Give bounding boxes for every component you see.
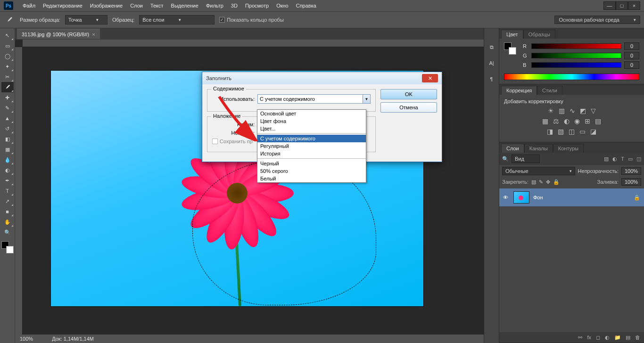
move-tool[interactable]: ↖ <box>1 30 14 41</box>
gradient-map-icon[interactable]: ▭ <box>579 128 586 135</box>
balance-icon[interactable]: ⚖ <box>553 117 559 125</box>
g-value[interactable]: 0 <box>624 52 639 59</box>
gradient-tool[interactable]: ▦ <box>1 144 14 155</box>
path-tool[interactable]: ↗ <box>1 196 14 206</box>
dodge-tool[interactable]: ◐ <box>1 165 14 175</box>
menu-select[interactable]: Выделение <box>167 3 202 8</box>
menu-file[interactable]: Файл <box>19 3 39 8</box>
tab-styles[interactable]: Стили <box>537 86 562 95</box>
filter-type-icon[interactable]: T <box>621 156 624 162</box>
vibrance-icon[interactable]: ▽ <box>591 107 596 114</box>
opacity-value[interactable]: 100% <box>621 167 641 175</box>
b-value[interactable]: 0 <box>624 61 639 69</box>
mixer-icon[interactable]: ⊞ <box>585 117 590 125</box>
use-combobox[interactable]: С учетом содержимого▼ <box>257 94 371 104</box>
dd-black[interactable]: Черный <box>257 160 366 167</box>
hue-icon[interactable]: ▦ <box>542 117 548 125</box>
history-icon[interactable]: ⧉ <box>487 42 497 52</box>
filter-shape-icon[interactable]: ▭ <box>628 156 633 162</box>
exposure-icon[interactable]: ◩ <box>580 107 586 114</box>
dd-white[interactable]: Белый <box>257 175 366 182</box>
menu-view[interactable]: Просмотр <box>241 3 272 8</box>
combo-arrow-icon[interactable]: ▼ <box>363 95 370 103</box>
invert-icon[interactable]: ◨ <box>547 128 553 135</box>
lock-image-icon[interactable]: ✎ <box>539 179 543 185</box>
filter-adjust-icon[interactable]: ◐ <box>612 156 617 162</box>
tab-adjustments[interactable]: Коррекция <box>501 86 537 95</box>
workspace-switcher[interactable]: Основная рабочая среда <box>554 16 640 24</box>
link-icon[interactable]: ⚯ <box>578 335 582 341</box>
r-value[interactable]: 0 <box>624 42 639 50</box>
lookup-icon[interactable]: ▤ <box>595 117 601 125</box>
tab-layers[interactable]: Слои <box>501 144 524 153</box>
dd-background[interactable]: Цвет фона <box>257 117 366 125</box>
paragraph-icon[interactable]: ¶ <box>487 74 497 84</box>
show-ring-checkbox[interactable]: ✓Показать кольцо пробы <box>219 17 284 23</box>
dd-content-aware[interactable]: С учетом содержимого <box>257 135 366 142</box>
menu-window[interactable]: Окно <box>272 3 292 8</box>
posterize-icon[interactable]: ▧ <box>558 128 564 135</box>
cancel-button[interactable]: Отмена <box>380 102 437 113</box>
eyedropper-tool[interactable] <box>1 82 14 92</box>
dd-gray[interactable]: 50% серого <box>257 167 366 175</box>
b-slider[interactable] <box>531 62 621 68</box>
dialog-titlebar[interactable]: Заполнить ✕ <box>202 72 442 84</box>
close-button[interactable]: × <box>628 1 640 10</box>
trash-icon[interactable]: 🗑 <box>635 335 640 340</box>
color-swatches[interactable] <box>1 241 14 253</box>
photo-filter-icon[interactable]: ◉ <box>574 117 580 125</box>
layer-filter-select[interactable]: Вид <box>512 155 540 163</box>
tab-color[interactable]: Цвет <box>501 30 523 39</box>
new-layer-icon[interactable]: ▤ <box>626 335 630 341</box>
hand-tool[interactable]: ✋ <box>1 217 14 227</box>
r-slider[interactable] <box>531 43 621 49</box>
brightness-icon[interactable]: ☀ <box>548 107 554 114</box>
character-icon[interactable]: A| <box>487 58 497 68</box>
preserve-checkbox[interactable]: Сохранить пр <box>212 139 253 144</box>
pen-tool[interactable]: ✒ <box>1 175 14 186</box>
fill-value[interactable]: 100% <box>621 178 641 186</box>
marquee-tool[interactable]: ▭ <box>1 41 14 51</box>
blend-mode-select[interactable]: Обычные <box>502 167 575 175</box>
visibility-icon[interactable]: 👁 <box>503 195 510 200</box>
tab-channels[interactable]: Каналы <box>524 144 553 153</box>
levels-icon[interactable]: ▥ <box>559 107 565 114</box>
threshold-icon[interactable]: ◫ <box>569 128 575 135</box>
adjustment-layer-icon[interactable]: ◐ <box>605 335 610 341</box>
curves-icon[interactable]: ∿ <box>570 107 575 114</box>
fx-icon[interactable]: fx <box>587 335 591 340</box>
maximize-button[interactable]: □ <box>616 1 628 10</box>
minimize-button[interactable]: — <box>603 1 616 10</box>
lock-all-icon[interactable]: 🔒 <box>553 179 560 185</box>
menu-3d[interactable]: 3D <box>227 3 241 8</box>
wand-tool[interactable]: ✦ <box>1 61 14 72</box>
stamp-tool[interactable]: ▲ <box>1 113 14 123</box>
dd-color[interactable]: Цвет... <box>257 125 366 132</box>
ok-button[interactable]: OK <box>380 89 437 99</box>
menu-edit[interactable]: Редактирование <box>39 3 86 8</box>
close-tab-icon[interactable]: × <box>92 32 95 37</box>
menu-image[interactable]: Изображение <box>86 3 126 8</box>
foreground-background-swatch[interactable] <box>504 42 516 55</box>
tab-swatches[interactable]: Образцы <box>523 30 555 39</box>
mask-icon[interactable]: ◻ <box>596 335 600 341</box>
lasso-tool[interactable]: ◯ <box>1 51 14 61</box>
bw-icon[interactable]: ◐ <box>564 117 570 125</box>
g-slider[interactable] <box>531 53 621 58</box>
brush-tool[interactable]: ✎ <box>1 103 14 113</box>
filter-pixel-icon[interactable]: ▧ <box>604 156 609 162</box>
group-icon[interactable]: 📁 <box>614 335 621 341</box>
layer-name[interactable]: Фон <box>533 195 543 200</box>
lock-position-icon[interactable]: ✥ <box>546 179 550 185</box>
history-brush-tool[interactable]: ↺ <box>1 123 14 134</box>
shape-tool[interactable]: ■ <box>1 206 14 217</box>
menu-help[interactable]: Справка <box>292 3 320 8</box>
dd-pattern[interactable]: Регулярный <box>257 142 366 150</box>
type-tool[interactable]: T <box>1 186 14 196</box>
layer-thumbnail[interactable] <box>513 191 529 204</box>
eraser-tool[interactable]: ◧ <box>1 134 14 144</box>
lock-transparency-icon[interactable]: ▧ <box>531 179 536 185</box>
blur-tool[interactable]: 💧 <box>1 155 14 165</box>
crop-tool[interactable]: ✂ <box>1 72 14 82</box>
dd-history[interactable]: История <box>257 150 366 157</box>
